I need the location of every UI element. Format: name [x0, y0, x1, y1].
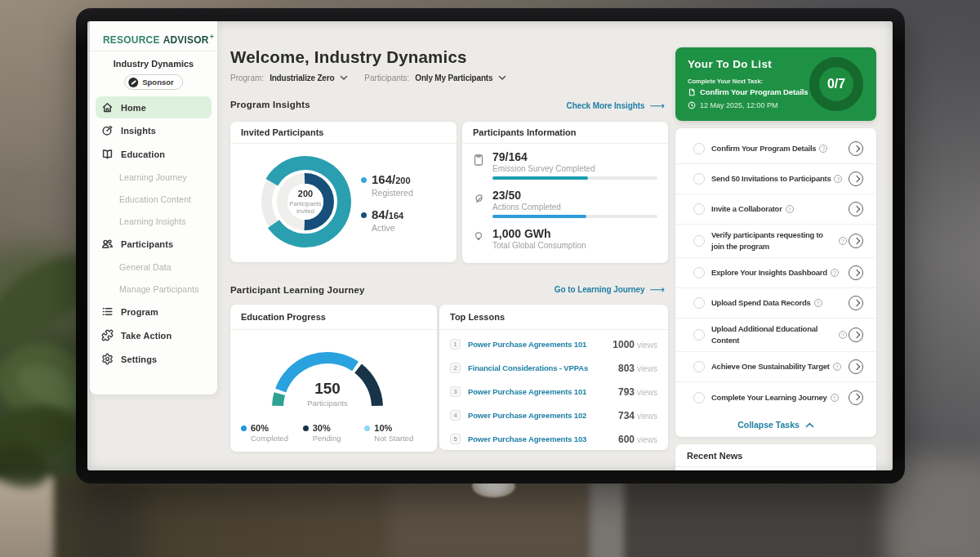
task-checkbox[interactable]: [693, 297, 705, 309]
sidebar-item-label: Settings: [121, 354, 157, 364]
program-insights-heading: Program Insights: [230, 100, 310, 109]
task-go-button[interactable]: [849, 265, 863, 280]
task-go-button[interactable]: [849, 359, 863, 374]
stat-progress-bar: [492, 215, 657, 218]
task-checkbox[interactable]: [693, 267, 705, 278]
resource-advisor-logo[interactable]: RESOURCE ADVISOR +: [90, 21, 217, 51]
task-go-button[interactable]: [849, 390, 863, 405]
lesson-rank-badge: 2: [450, 363, 461, 373]
todo-progress-ring: 0/7: [809, 57, 863, 111]
task-info-icon[interactable]: ?: [834, 175, 842, 183]
sidebar-item-label: Manage Participants: [119, 284, 199, 294]
lesson-title-link[interactable]: Power Purchase Agreements 101: [468, 387, 586, 396]
sidebar-item-participants[interactable]: Participants: [90, 232, 217, 256]
filters-row: Program:Industrialize ZeroParticipants:O…: [230, 74, 506, 82]
lesson-rank-badge: 3: [450, 386, 461, 397]
task-list: Confirm Your Program Details?Send 50 Inv…: [675, 134, 876, 412]
task-label: Confirm Your Program Details: [711, 143, 816, 154]
task-checkbox[interactable]: [693, 329, 705, 341]
task-row: Confirm Your Program Details?: [675, 134, 876, 164]
recent-news-title: Recent News: [675, 444, 876, 467]
todo-title: Your To Do List: [688, 58, 772, 70]
sidebar-item-home[interactable]: Home: [96, 96, 212, 118]
sidebar-item-general-data[interactable]: General Data: [90, 256, 217, 278]
filter-participants[interactable]: Participants:Only My Participants: [364, 74, 506, 82]
stat-row: 1,000 GWhTotal Global Consumption: [473, 228, 657, 250]
task-go-button[interactable]: [849, 296, 863, 310]
task-go-button[interactable]: [849, 202, 863, 216]
sidebar-nav: HomeInsightsEducationLearning JourneyEdu…: [90, 96, 217, 371]
participants-information-title: Participants Information: [462, 122, 668, 144]
lesson-title-link[interactable]: Power Purchase Agreements 101: [468, 340, 586, 349]
sidebar-item-take-action[interactable]: Take Action: [90, 323, 217, 347]
check-more-insights-link[interactable]: Check More Insights ⟶: [567, 100, 665, 112]
task-checkbox[interactable]: [693, 235, 705, 247]
sidebar-item-education-content[interactable]: Education Content: [90, 188, 217, 210]
task-info-icon[interactable]: ?: [831, 394, 839, 402]
lesson-rank-badge: 1: [450, 339, 461, 350]
lesson-views: 803views: [618, 363, 657, 374]
sidebar-item-learning-insights[interactable]: Learning Insights: [90, 210, 217, 232]
chevron-down-icon: [340, 75, 348, 81]
task-label: Achieve One Sustainability Target: [711, 361, 830, 372]
donut-legend-item: 164/200Registered: [361, 174, 413, 198]
task-checkbox[interactable]: [693, 361, 705, 372]
task-label: Complete Your Learning Journey: [711, 392, 827, 403]
task-checkbox[interactable]: [693, 392, 705, 403]
lesson-title-link[interactable]: Power Purchase Agreements 102: [468, 411, 586, 420]
lesson-row: 5Power Purchase Agreements 103600views: [450, 427, 657, 451]
task-go-button[interactable]: [849, 172, 863, 186]
plant-pot: [0, 475, 54, 557]
gauge-legend-item: 30%Pending: [303, 423, 365, 443]
go-to-learning-journey-link[interactable]: Go to Learning Journey ⟶: [555, 283, 665, 296]
participants-information-card: Participants Information 79/164Emission …: [462, 122, 668, 263]
task-checkbox[interactable]: [693, 173, 705, 185]
sidebar-item-education[interactable]: Education: [90, 142, 217, 166]
sidebar-item-program[interactable]: Program: [90, 300, 217, 323]
stat-label: Total Global Consumption: [492, 241, 657, 250]
filter-program[interactable]: Program:Industrialize Zero: [230, 74, 348, 82]
task-go-button[interactable]: [849, 328, 863, 342]
gauge-center-value: 150: [266, 380, 389, 398]
sidebar-item-manage-participants[interactable]: Manage Participants: [90, 278, 217, 300]
org-name: Industry Dynamics: [90, 59, 217, 69]
sidebar-item-label: Participants: [121, 239, 173, 249]
task-info-icon[interactable]: ?: [839, 331, 847, 339]
lesson-title-link[interactable]: Financial Considerations - VPPAs: [468, 363, 588, 372]
legend-dot: [364, 426, 370, 431]
legend-label: Registered: [372, 188, 413, 198]
sidebar-item-insights[interactable]: Insights: [90, 118, 217, 142]
task-info-icon[interactable]: ?: [831, 269, 839, 277]
task-go-button[interactable]: [849, 234, 863, 248]
lesson-row: 3Power Purchase Agreements 101793views: [450, 380, 657, 403]
task-info-icon[interactable]: ?: [833, 363, 841, 371]
legend-label: Completed: [251, 434, 303, 443]
survey-icon: [473, 154, 484, 167]
task-label: Invite a Collaborator: [711, 203, 782, 215]
lesson-rank-badge: 4: [450, 410, 461, 421]
participants-icon: [101, 238, 114, 250]
check-more-insights-label: Check More Insights: [567, 101, 645, 110]
task-info-icon[interactable]: ?: [814, 299, 822, 307]
sidebar-item-learning-journey[interactable]: Learning Journey: [90, 166, 217, 188]
task-info-icon[interactable]: ?: [819, 145, 827, 153]
task-info-icon[interactable]: ?: [839, 237, 847, 245]
legend-dot: [303, 426, 309, 431]
stat-value: 1,000 GWh: [492, 228, 657, 240]
task-checkbox[interactable]: [693, 143, 705, 154]
monitor-bezel: RESOURCE ADVISOR + Industry Dynamics Spo…: [76, 8, 905, 483]
collapse-tasks-link[interactable]: Collapse Tasks: [675, 412, 876, 437]
task-row: Upload Spend Data Records?: [675, 288, 876, 319]
task-info-icon[interactable]: ?: [786, 205, 794, 213]
sidebar-item-label: Insights: [121, 126, 156, 136]
lesson-title-link[interactable]: Power Purchase Agreements 103: [468, 434, 586, 443]
sidebar-item-settings[interactable]: Settings: [90, 347, 217, 371]
lesson-row: 4Power Purchase Agreements 102734views: [450, 403, 657, 427]
gauge-legend-item: 10%Not Started: [364, 423, 426, 443]
task-checkbox[interactable]: [693, 203, 705, 215]
sidebar-item-label: Learning Insights: [119, 216, 186, 226]
todo-due-date: 12 May 2025, 12:00 PM: [688, 101, 778, 109]
stat-label: Actions Completed: [492, 203, 657, 212]
task-label: Verify participants requesting to join t…: [711, 229, 835, 252]
task-go-button[interactable]: [849, 141, 863, 156]
